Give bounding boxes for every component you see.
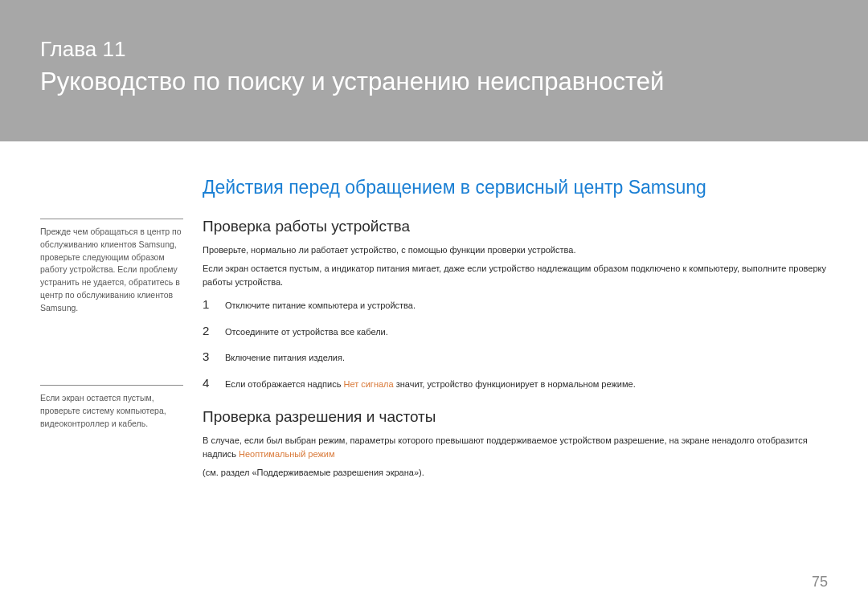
body-paragraph: В случае, если был выбран режим, парамет…	[203, 434, 828, 461]
body-paragraph: Если экран остается пустым, а индикатор …	[203, 262, 828, 289]
body-paragraph: (см. раздел «Поддерживаемые разрешения э…	[203, 466, 828, 480]
chapter-label: Глава 11	[40, 37, 828, 62]
sidebar-note-text: Прежде чем обращаться в центр по обслужи…	[40, 226, 183, 314]
step-text: Отсоедините от устройства все кабели.	[225, 325, 388, 339]
sidebar-divider	[40, 219, 183, 219]
chapter-header: Глава 11 Руководство по поиску и устране…	[0, 0, 868, 141]
body-paragraph: Проверьте, нормально ли работает устройс…	[203, 243, 828, 257]
highlight-text: Неоптимальный режим	[239, 449, 335, 459]
highlight-text: Нет сигнала	[343, 379, 393, 389]
ordered-list: 1 Отключите питание компьютера и устройс…	[203, 297, 828, 390]
step-text: Если отображается надпись Нет сигнала зн…	[225, 378, 636, 391]
list-item: 3 Включение питания изделия.	[203, 349, 828, 365]
sidebar-note-1: Прежде чем обращаться в центр по обслужи…	[40, 177, 183, 314]
step-text: Включение питания изделия.	[225, 351, 345, 365]
page-number: 75	[812, 574, 828, 591]
step-number: 1	[203, 297, 214, 311]
sidebar-note-2: Если экран остается пустым, проверьте си…	[40, 314, 183, 430]
content-area: Прежде чем обращаться в центр по обслужи…	[0, 141, 868, 484]
sidebar: Прежде чем обращаться в центр по обслужи…	[40, 177, 183, 484]
list-item: 1 Отключите питание компьютера и устройс…	[203, 297, 828, 313]
step-text: Отключите питание компьютера и устройств…	[225, 299, 416, 313]
subsection-heading-2: Проверка разрешения и частоты	[203, 408, 828, 426]
chapter-title: Руководство по поиску и устранению неисп…	[40, 67, 828, 96]
section-heading: Действия перед обращением в сервисный це…	[203, 177, 828, 198]
step-number: 2	[203, 324, 214, 337]
main-content: Действия перед обращением в сервисный це…	[203, 177, 828, 484]
step-number: 4	[203, 376, 214, 390]
list-item: 2 Отсоедините от устройства все кабели.	[203, 324, 828, 339]
sidebar-note-text: Если экран остается пустым, проверьте си…	[40, 392, 183, 430]
step-number: 3	[203, 349, 214, 363]
subsection-heading-1: Проверка работы устройства	[203, 218, 828, 235]
list-item: 4 Если отображается надпись Нет сигнала …	[203, 376, 828, 391]
sidebar-divider	[40, 385, 183, 386]
